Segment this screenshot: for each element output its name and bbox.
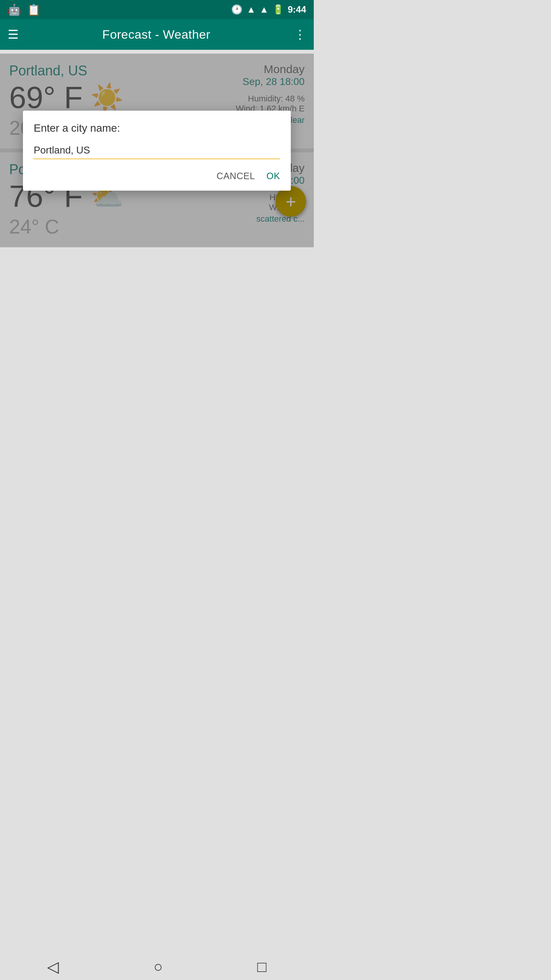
cancel-button[interactable]: CANCEL [217,171,255,181]
city-name-input[interactable] [34,142,280,159]
android-icon: 🤖 [8,3,21,16]
status-bar-left-icons: 🤖 📋 [8,3,41,16]
toolbar: ☰ Forecast - Weather ⋮ [0,19,314,50]
clock-icon: 🕐 [231,4,243,15]
dialog-title: Enter a city name: [34,122,280,134]
signal-icon: ▲ [259,4,269,15]
dialog-buttons: CANCEL OK [34,171,280,181]
time-display: 9:44 [288,4,306,15]
menu-button[interactable]: ☰ [8,27,19,42]
dialog-overlay: Enter a city name: CANCEL OK [0,54,314,247]
city-name-dialog: Enter a city name: CANCEL OK [23,111,291,191]
battery-icon: 🔋 [272,4,284,15]
more-options-button[interactable]: ⋮ [294,27,306,42]
ok-button[interactable]: OK [266,171,280,181]
clipboard-icon: 📋 [27,3,41,16]
status-bar: 🤖 📋 🕐 ▲ ▲ 🔋 9:44 [0,0,314,19]
wifi-icon: ▲ [246,4,256,15]
app-title: Forecast - Weather [102,28,210,42]
status-bar-right-icons: 🕐 ▲ ▲ 🔋 9:44 [231,4,306,15]
main-content: Portland, US 69° F ☀️ 20° C Monday Sep, … [0,54,314,247]
